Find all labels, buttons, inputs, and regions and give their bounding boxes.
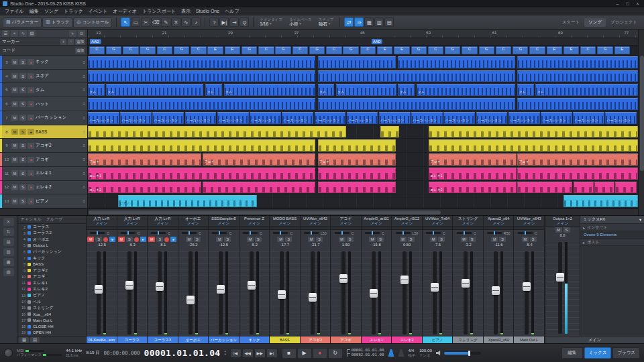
track-instrument-icon[interactable]: ≡ [83,199,85,203]
clip[interactable]: パーカッション [411,112,443,124]
strip-name[interactable]: MODO BASSメイン [270,216,300,227]
paint-tool[interactable]: ✎ [161,17,170,27]
menu-item-Studio One[interactable]: Studio One [193,9,222,13]
chord-block[interactable]: C [462,46,477,54]
secondary-time-display[interactable]: 00:00:00.000 [103,350,140,356]
edit-page-button[interactable]: 編集 [561,347,583,359]
fader-cap[interactable] [462,279,470,288]
monitor-knob[interactable] [4,349,13,357]
track-solo-button[interactable]: S [19,59,26,65]
track-mute-button[interactable]: M [11,157,18,163]
strip-mute-button[interactable]: M [461,237,468,242]
track-header-ハット[interactable]: 6MS●ハット≡ [0,97,87,111]
clip[interactable] [429,139,638,152]
fader-cap[interactable] [309,293,317,302]
clip[interactable]: パーカッション [250,112,281,124]
clip[interactable]: アコギ [318,154,396,166]
strip-fader[interactable] [402,251,407,335]
channel-list-item-アコギ[interactable]: 10アコギ [17,274,86,280]
strip-record-button[interactable] [103,237,108,242]
strip-record-button[interactable] [164,237,169,242]
strip-fader[interactable] [97,251,101,335]
pan-slider[interactable] [518,232,533,234]
clip[interactable]: エレキ2 [429,182,516,194]
strip-mute-button[interactable]: M [186,237,193,242]
track-instrument-icon[interactable]: ≡ [83,158,85,162]
strip-mute-button[interactable]: M [491,237,498,242]
timebase-combo[interactable]: タイムベース 小節▾ [287,17,314,27]
track-solo-button[interactable]: S [19,101,26,107]
strip-solo-button[interactable]: S [408,237,415,242]
tracks-button[interactable]: ▥トラック [42,17,72,27]
chord-block[interactable]: G [275,46,290,54]
track-lane-ハット[interactable] [88,97,638,111]
post-section[interactable]: ▸ ポスト [580,239,644,246]
fader-cap[interactable] [156,282,164,291]
strip-name[interactable]: オーボエメイン [178,216,209,227]
strip-fader[interactable] [127,251,131,335]
arrow-tool[interactable]: ↖ [121,17,130,27]
chord-block[interactable]: C [580,46,596,54]
strip-fader[interactable] [280,251,284,335]
clip[interactable] [318,168,396,180]
clip[interactable]: アコギ [203,154,315,166]
clip[interactable] [574,182,594,194]
console-graph-icon[interactable]: ▧ [3,268,14,276]
go-end-button[interactable]: ▶| [266,349,278,358]
horizontal-scrollbar[interactable] [88,208,638,215]
vertical-scroll-thumb[interactable] [640,56,644,171]
close-button[interactable]: × [634,1,641,6]
chord-block[interactable]: C [157,46,172,54]
go-start-button[interactable]: |◀ [230,349,241,358]
inserts-section[interactable]: ▸ インサート [580,224,644,231]
clip[interactable] [88,56,315,68]
clip[interactable]: タム [336,84,396,96]
volume-thumb[interactable] [468,351,470,356]
strip-name[interactable]: 入力 L+Rメイン [117,216,148,227]
chord-block[interactable]: C [529,46,545,54]
clip[interactable]: パーカッション [508,112,540,124]
strip-name[interactable]: UVIWor_x643メイン [514,216,544,227]
track-lane-キック[interactable] [88,56,638,70]
menu-item-ソング[interactable]: ソング [42,8,62,15]
tempo[interactable]: 100.00 テンポ [419,349,432,357]
bend-tool[interactable]: ∿ [181,17,191,27]
strip-solo-button[interactable]: S [194,237,201,242]
strip-solo-button[interactable]: S [316,237,323,242]
console-sends-icon[interactable]: ▥ [3,248,14,256]
channels-tab[interactable]: チャンネル [21,217,42,223]
mixer-toggle-button[interactable]: ▥ [374,17,384,27]
clip[interactable]: アコギ [429,154,516,166]
clip[interactable]: パーカッション [443,112,475,124]
track-select-icon[interactable]: ⌖ [11,30,18,37]
fader-cap[interactable] [431,283,439,292]
clip[interactable] [318,98,515,110]
track-record-button[interactable]: ● [28,184,34,190]
channel-list-item-OPEN HH[interactable]: 19OPEN HH [17,330,86,336]
console-io-icon[interactable]: ⇅ [3,228,14,236]
menu-item-編集[interactable]: 編集 [27,8,42,15]
track-lane-BASS[interactable] [88,125,638,139]
track-solo-button[interactable]: S [19,184,26,190]
chord-block[interactable]: E [377,46,392,54]
strip-mute-button[interactable]: M [308,237,315,242]
channel-list-item-パーカッション[interactable]: 6パーカッション [17,249,86,255]
track-lane-アコギ2[interactable] [88,139,638,153]
clip[interactable]: タム [417,84,516,96]
track-layers-icon[interactable]: ▤ [28,30,36,37]
mixfx-header[interactable]: ミックスFX ▾ [580,216,644,224]
channel-list-item-ピアノ[interactable]: 13ピアノ [17,292,86,298]
controls-button[interactable]: ◎コントロール [73,17,112,27]
vertical-scrollbar[interactable] [638,29,644,215]
master-mute-button[interactable]: M [555,227,562,233]
range-tool[interactable]: ▭ [131,17,140,27]
strip-fader[interactable] [219,251,223,335]
chord-track-header[interactable]: コード 追加 [0,46,87,56]
channel-list-item-コーラス2[interactable]: 3コーラス2 [17,230,86,236]
menu-item-表示[interactable]: 表示 [178,8,193,15]
browse-page-button[interactable]: ブラウズ [612,347,640,359]
play-button[interactable]: ▶ [297,348,312,359]
track-header-アコギ2[interactable]: 9MS●アコギ2≡ [0,139,87,153]
strip-mute-button[interactable]: M [400,237,407,242]
chord-block[interactable]: G [479,46,494,54]
